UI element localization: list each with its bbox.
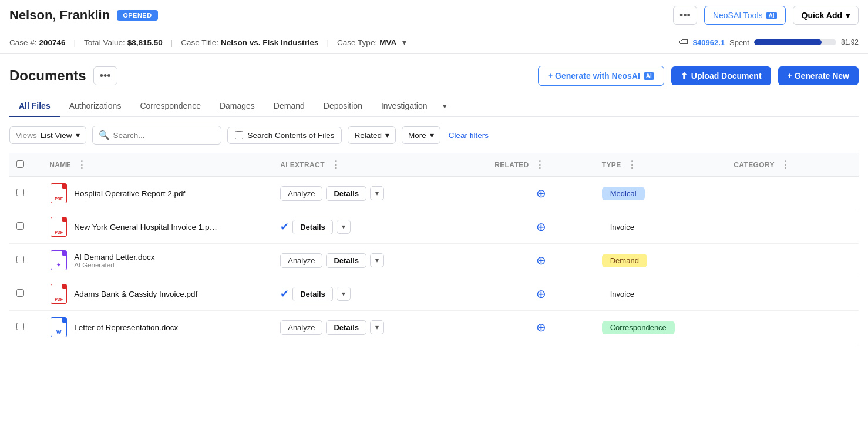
ai-badge: AI bbox=[766, 12, 777, 19]
details-chevron-button[interactable]: ▾ bbox=[370, 320, 384, 334]
add-related-button[interactable]: ⊕ bbox=[536, 254, 546, 267]
ai-cell: Analyze Details ▾ bbox=[280, 320, 480, 335]
tab-all-files[interactable]: All Files bbox=[9, 95, 60, 118]
file-icon bbox=[49, 317, 68, 338]
neosai-tools-button[interactable]: NeoSAI Tools AI bbox=[704, 6, 786, 25]
generate-with-neosai-button[interactable]: + Generate with NeosAI AI bbox=[538, 66, 664, 86]
documents-section: Documents ••• + Generate with NeosAI AI … bbox=[0, 54, 868, 344]
docx-icon bbox=[51, 317, 67, 337]
budget-label: Spent bbox=[729, 38, 749, 47]
search-contents-checkbox[interactable] bbox=[235, 131, 243, 139]
col-ai-menu-icon[interactable]: ⋮ bbox=[328, 159, 342, 170]
tab-demand[interactable]: Demand bbox=[264, 95, 314, 118]
header-dots-button[interactable]: ••• bbox=[673, 6, 697, 25]
case-number-item: Case #: 200746 bbox=[9, 38, 66, 47]
file-name-main[interactable]: New York General Hospital Invoice 1.p… bbox=[74, 223, 217, 231]
add-related-button[interactable]: ⊕ bbox=[536, 187, 546, 200]
table-row: Adams Bank & Cassidy Invoice.pdf ✔ Detai… bbox=[9, 277, 859, 311]
total-value-value: $8,815.50 bbox=[127, 38, 163, 47]
row-checkbox-2[interactable] bbox=[16, 222, 24, 230]
tabs-more-chevron[interactable]: ▾ bbox=[440, 96, 449, 116]
file-name-main[interactable]: Adams Bank & Cassidy Invoice.pdf bbox=[74, 290, 197, 298]
col-category-label: CATEGORY bbox=[734, 161, 775, 169]
type-badge: Medical bbox=[602, 187, 645, 200]
details-button[interactable]: Details bbox=[292, 220, 333, 234]
file-cell: AI Demand Letter.docx AI Generated bbox=[49, 250, 266, 271]
details-chevron-button[interactable]: ▾ bbox=[337, 287, 351, 301]
tab-investigation[interactable]: Investigation bbox=[372, 95, 437, 118]
related-select[interactable]: Related ▾ bbox=[348, 126, 396, 144]
documents-dots-button[interactable]: ••• bbox=[93, 66, 117, 85]
case-number-value: 200746 bbox=[39, 38, 66, 47]
col-check-header bbox=[9, 153, 42, 177]
col-name-menu-icon[interactable]: ⋮ bbox=[75, 159, 89, 170]
col-related-label: RELATED bbox=[494, 161, 529, 169]
related-chevron-icon: ▾ bbox=[385, 130, 389, 140]
select-all-checkbox[interactable] bbox=[16, 160, 24, 168]
file-cell: New York General Hospital Invoice 1.p… bbox=[49, 216, 266, 237]
neosai-tools-label: NeoSAI Tools bbox=[713, 11, 763, 20]
details-chevron-button[interactable]: ▾ bbox=[337, 220, 351, 234]
tab-authorizations[interactable]: Authorizations bbox=[60, 95, 131, 118]
ai-cell: Analyze Details ▾ bbox=[280, 186, 480, 201]
views-select[interactable]: Views List View ▾ bbox=[9, 126, 86, 144]
details-button[interactable]: Details bbox=[326, 186, 366, 201]
details-button[interactable]: Details bbox=[326, 253, 366, 268]
table-row: Letter of Representation.docx Analyze De… bbox=[9, 311, 859, 344]
search-contents-filter[interactable]: Search Contents of Files bbox=[227, 127, 342, 144]
col-category-menu-icon[interactable]: ⋮ bbox=[778, 159, 792, 170]
generate-new-button[interactable]: + Generate New bbox=[778, 66, 859, 85]
type-badge: Invoice bbox=[602, 220, 642, 234]
case-title-value: Nelson vs. Fisk Industries bbox=[221, 38, 319, 47]
details-button[interactable]: Details bbox=[292, 287, 333, 301]
file-name-wrap: Adams Bank & Cassidy Invoice.pdf bbox=[74, 290, 197, 298]
more-select[interactable]: More ▾ bbox=[402, 126, 440, 144]
generate-new-label: + Generate New bbox=[788, 71, 849, 80]
file-name-main[interactable]: Hospital Operative Report 2.pdf bbox=[74, 189, 185, 198]
ai-docx-icon bbox=[51, 250, 67, 270]
add-related-button[interactable]: ⊕ bbox=[536, 287, 546, 300]
case-type-dropdown[interactable]: ▾ bbox=[402, 38, 406, 47]
tab-deposition[interactable]: Deposition bbox=[314, 95, 372, 118]
tab-correspondence[interactable]: Correspondence bbox=[130, 95, 210, 118]
quick-add-button[interactable]: Quick Add ▾ bbox=[793, 6, 859, 25]
total-value-label: Total Value: bbox=[84, 38, 125, 47]
budget-icon: 🏷 bbox=[679, 37, 688, 48]
table-row: New York General Hospital Invoice 1.p… ✔… bbox=[9, 210, 859, 244]
analyze-button[interactable]: Analyze bbox=[280, 253, 322, 268]
row-checkbox-4[interactable] bbox=[16, 289, 24, 297]
add-related-button[interactable]: ⊕ bbox=[536, 220, 546, 233]
quick-add-label: Quick Add bbox=[802, 11, 843, 20]
row-checkbox-3[interactable] bbox=[16, 256, 24, 263]
case-title-label: Case Title: bbox=[181, 38, 218, 47]
documents-title: Documents bbox=[9, 68, 86, 84]
more-chevron-icon: ▾ bbox=[430, 130, 434, 140]
file-name-main[interactable]: Letter of Representation.docx bbox=[74, 323, 178, 332]
analyze-button[interactable]: Analyze bbox=[280, 320, 322, 335]
analyze-button[interactable]: Analyze bbox=[280, 186, 322, 201]
file-name-wrap: AI Demand Letter.docx AI Generated bbox=[74, 253, 154, 268]
col-type-label: TYPE bbox=[602, 161, 621, 169]
row-checkbox-1[interactable] bbox=[16, 189, 24, 196]
tab-damages[interactable]: Damages bbox=[210, 95, 264, 118]
col-ai-header: AI EXTRACT ⋮ bbox=[273, 153, 487, 177]
file-name-main[interactable]: AI Demand Letter.docx bbox=[74, 253, 154, 261]
details-chevron-button[interactable]: ▾ bbox=[370, 253, 384, 267]
clear-filters-button[interactable]: Clear filters bbox=[446, 127, 491, 143]
details-chevron-button[interactable]: ▾ bbox=[370, 186, 384, 200]
col-type-header: TYPE ⋮ bbox=[595, 153, 727, 177]
add-related-button[interactable]: ⊕ bbox=[536, 321, 546, 334]
analyzed-check-icon: ✔ bbox=[280, 220, 289, 233]
related-label: Related bbox=[354, 131, 382, 140]
search-input[interactable] bbox=[113, 131, 201, 140]
file-name-wrap: New York General Hospital Invoice 1.p… bbox=[74, 223, 217, 231]
documents-header: Documents ••• + Generate with NeosAI AI … bbox=[9, 66, 859, 86]
details-button[interactable]: Details bbox=[326, 320, 366, 335]
sep3: | bbox=[327, 38, 329, 47]
upload-document-button[interactable]: ⬆ Upload Document bbox=[671, 66, 771, 85]
col-category-header: CATEGORY ⋮ bbox=[726, 153, 859, 177]
file-cell: Letter of Representation.docx bbox=[49, 317, 266, 338]
col-related-menu-icon[interactable]: ⋮ bbox=[533, 159, 547, 170]
col-type-menu-icon[interactable]: ⋮ bbox=[625, 159, 639, 170]
row-checkbox-5[interactable] bbox=[16, 323, 24, 330]
